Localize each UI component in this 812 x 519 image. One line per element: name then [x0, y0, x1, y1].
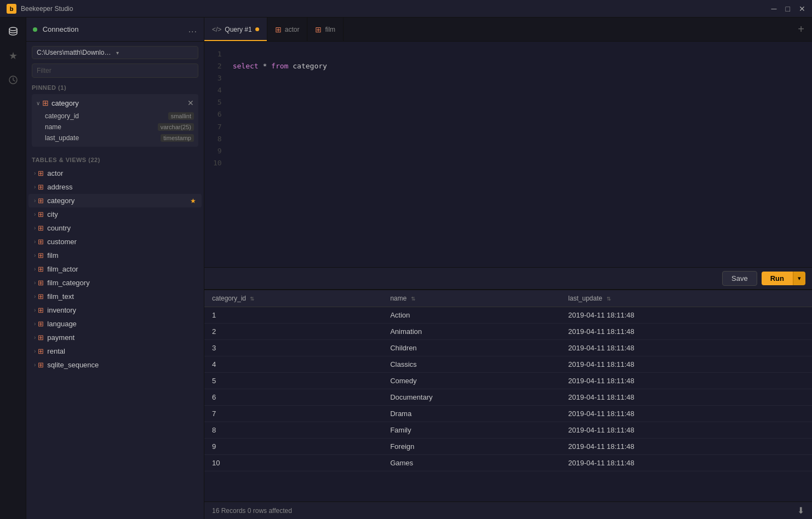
table-row[interactable]: 9Foreign2019-04-11 18:11:48 — [204, 439, 812, 455]
close-button[interactable]: ✕ — [799, 5, 805, 13]
col-header-last_update[interactable]: last_update ⇅ — [561, 290, 812, 307]
download-button[interactable]: ⬇ — [797, 505, 804, 516]
pinned-columns: category_id smallint name varchar(25) la… — [32, 109, 198, 145]
code-content[interactable]: select * from category — [228, 42, 812, 267]
chevron-down-icon: ▾ — [116, 50, 193, 56]
cell-category_id: 3 — [204, 340, 382, 356]
sidebar-item-country[interactable]: › ⊞ country — [28, 221, 202, 235]
column-row: name varchar(25) — [45, 122, 198, 132]
cell-name: Animation — [382, 324, 561, 340]
sidebar-item-actor[interactable]: › ⊞ actor — [28, 166, 202, 180]
sidebar-item-sqlite_sequence[interactable]: › ⊞ sqlite_sequence — [28, 358, 202, 372]
table-grid-icon: ⊞ — [38, 251, 44, 260]
activity-star-icon[interactable]: ★ — [3, 46, 23, 66]
table-name-label: address — [47, 183, 196, 191]
sort-icon-name: ⇅ — [411, 296, 415, 302]
table-row[interactable]: 6Documentary2019-04-11 18:11:48 — [204, 389, 812, 406]
cell-name: Classics — [382, 356, 561, 373]
table-grid-icon: ⊞ — [38, 197, 44, 205]
add-tab-button[interactable]: + — [790, 23, 812, 36]
chevron-icon: › — [34, 348, 36, 354]
table-name-label: country — [47, 224, 196, 232]
table-grid-icon: ⊞ — [38, 292, 44, 301]
chevron-icon: › — [34, 293, 36, 299]
sidebar-item-city[interactable]: › ⊞ city — [28, 207, 202, 221]
pinned-close-button[interactable]: ✕ — [187, 99, 194, 107]
table-row[interactable]: 2Animation2019-04-11 18:11:48 — [204, 324, 812, 340]
table-name-label: film_actor — [47, 265, 196, 273]
sidebar-item-inventory[interactable]: › ⊞ inventory — [28, 303, 202, 317]
table-name-label: film_text — [47, 292, 196, 301]
connection-more-button[interactable]: ... — [188, 25, 197, 34]
table-grid-icon: ⊞ — [38, 169, 44, 177]
activity-history-icon[interactable] — [3, 70, 23, 90]
code-line-10 — [233, 157, 808, 169]
tab-query1[interactable]: </> Query #1 — [204, 18, 267, 41]
table-row[interactable]: 5Comedy2019-04-11 18:11:48 — [204, 373, 812, 389]
column-row: last_update timestamp — [45, 132, 198, 143]
tab-actor[interactable]: ⊞ actor — [267, 18, 308, 41]
table-row[interactable]: 10Games2019-04-11 18:11:48 — [204, 455, 812, 471]
minimize-button[interactable]: ─ — [771, 5, 777, 13]
cell-name: Comedy — [382, 373, 561, 389]
pinned-table-name: category — [52, 99, 187, 107]
column-name: last_update — [45, 134, 79, 142]
col-header-category_id[interactable]: category_id ⇅ — [204, 290, 382, 307]
table-row[interactable]: 8Family2019-04-11 18:11:48 — [204, 422, 812, 439]
cell-category_id: 1 — [204, 307, 382, 324]
results-table: category_id ⇅ name ⇅ last_update ⇅ — [204, 290, 812, 501]
code-line-3 — [233, 72, 808, 84]
sidebar-item-rental[interactable]: › ⊞ rental — [28, 344, 202, 358]
tables-label: TABLES & VIEWS (22) — [32, 154, 198, 166]
chevron-icon: › — [34, 170, 36, 176]
pinned-label: PINNED (1) — [32, 82, 198, 94]
table-row[interactable]: 7Drama2019-04-11 18:11:48 — [204, 406, 812, 422]
sidebar-item-category[interactable]: › ⊞ category ★ — [28, 194, 202, 207]
table-grid-icon: ⊞ — [38, 224, 44, 232]
sidebar-item-language[interactable]: › ⊞ language — [28, 317, 202, 331]
tab-label-film: film — [325, 26, 335, 33]
code-line-4 — [233, 84, 808, 96]
table-grid-icon: ⊞ — [38, 333, 44, 342]
cell-last_update: 2019-04-11 18:11:48 — [561, 389, 812, 406]
sidebar-item-film_actor[interactable]: › ⊞ film_actor — [28, 262, 202, 276]
sidebar-item-film[interactable]: › ⊞ film — [28, 249, 202, 262]
table-name-label: film — [47, 251, 196, 260]
table-row[interactable]: 4Classics2019-04-11 18:11:48 — [204, 356, 812, 373]
pinned-section: PINNED (1) ∨ ⊞ category ✕ category_id sm… — [26, 82, 204, 150]
sidebar-item-film_category[interactable]: › ⊞ film_category — [28, 276, 202, 290]
filter-input[interactable] — [32, 64, 198, 78]
sidebar-item-payment[interactable]: › ⊞ payment — [28, 331, 202, 344]
sidebar-item-customer[interactable]: › ⊞ customer — [28, 235, 202, 249]
chevron-icon: › — [34, 321, 36, 327]
table-name-label: language — [47, 320, 196, 328]
sort-icon-category_id: ⇅ — [250, 296, 254, 302]
sidebar-item-film_text[interactable]: › ⊞ film_text — [28, 290, 202, 303]
cell-last_update: 2019-04-11 18:11:48 — [561, 340, 812, 356]
table-row[interactable]: 1Action2019-04-11 18:11:48 — [204, 307, 812, 324]
col-header-name[interactable]: name ⇅ — [382, 290, 561, 307]
code-editor[interactable]: 12345 678910 select * from category — [204, 42, 812, 267]
run-dropdown-button[interactable]: ▾ — [793, 272, 805, 285]
tab-film[interactable]: ⊞ film — [307, 18, 344, 41]
pinned-chevron-icon: ∨ — [36, 100, 40, 106]
sidebar-item-address[interactable]: › ⊞ address — [28, 180, 202, 194]
maximize-button[interactable]: □ — [786, 5, 790, 13]
pinned-table-header[interactable]: ∨ ⊞ category ✕ — [32, 96, 198, 109]
column-type: timestamp — [161, 134, 194, 142]
code-line-8 — [233, 133, 808, 145]
table-grid-icon: ⊞ — [38, 320, 44, 328]
cell-name: Children — [382, 340, 561, 356]
cell-last_update: 2019-04-11 18:11:48 — [561, 373, 812, 389]
cell-name: Drama — [382, 406, 561, 422]
tab-label-query1: Query #1 — [225, 26, 251, 33]
run-button[interactable]: Run — [762, 272, 793, 285]
database-selector[interactable]: C:\Users\matth\Downloads\sakila ▾ — [32, 46, 198, 59]
table-row[interactable]: 3Children2019-04-11 18:11:48 — [204, 340, 812, 356]
cell-name: Family — [382, 422, 561, 439]
cell-category_id: 9 — [204, 439, 382, 455]
save-button[interactable]: Save — [722, 271, 757, 286]
tab-bar: </> Query #1 ⊞ actor ⊞ film + — [204, 18, 812, 42]
code-line-7 — [233, 121, 808, 133]
activity-database-icon[interactable] — [3, 22, 23, 42]
